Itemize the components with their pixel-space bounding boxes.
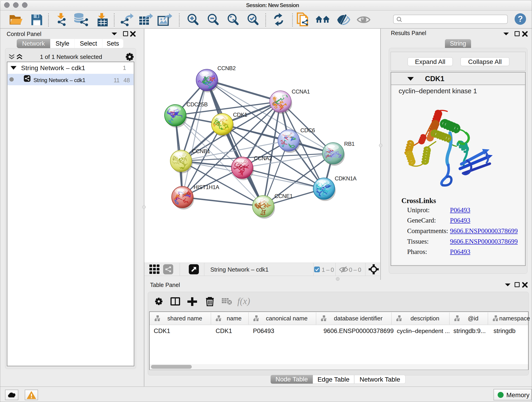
svg-text:CDKN1A: CDKN1A — [335, 175, 356, 182]
svg-text:CCNE1: CCNE1 — [274, 193, 293, 199]
svg-text:CCNB2: CCNB2 — [217, 65, 235, 71]
svg-text:CCNA2: CCNA2 — [254, 155, 272, 161]
svg-text:CDK1: CDK1 — [233, 112, 247, 118]
svg-text:HIST1H1A: HIST1H1A — [194, 184, 219, 190]
svg-text:CDC25B: CDC25B — [186, 101, 208, 108]
svg-text:CCNA1: CCNA1 — [292, 89, 310, 95]
svg-text:CDC6: CDC6 — [300, 127, 315, 133]
svg-text:RB1: RB1 — [344, 141, 355, 147]
svg-text:CCNB1: CCNB1 — [192, 148, 210, 154]
